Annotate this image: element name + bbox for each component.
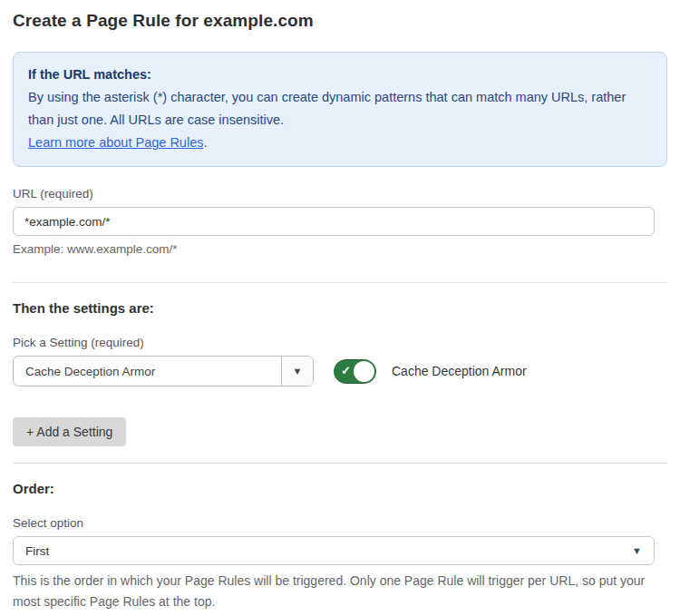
- toggle-knob: [354, 361, 374, 382]
- chevron-down-icon: ▼: [632, 545, 642, 556]
- divider: [13, 463, 667, 464]
- url-input[interactable]: [13, 207, 655, 236]
- settings-section-heading: Then the settings are:: [13, 300, 667, 316]
- setting-row: Cache Deception Armor ▼ ✓ Cache Deceptio…: [13, 356, 667, 386]
- order-select-label: Select option: [13, 516, 667, 530]
- pick-setting-label: Pick a Setting (required): [13, 336, 667, 349]
- create-page-rule-form: Create a Page Rule for example.com If th…: [0, 0, 680, 616]
- chevron-down-icon: ▼: [293, 366, 303, 376]
- setting-select[interactable]: Cache Deception Armor ▼: [13, 356, 314, 386]
- info-box-link-line: Learn more about Page Rules.: [28, 132, 652, 154]
- order-helper-text: This is the order in which your Page Rul…: [13, 571, 661, 612]
- cache-deception-armor-toggle[interactable]: ✓: [334, 359, 376, 384]
- link-suffix: .: [203, 135, 207, 150]
- divider: [13, 282, 667, 283]
- add-setting-button[interactable]: + Add a Setting: [13, 417, 126, 446]
- order-select-value: First: [25, 544, 49, 558]
- url-matches-info-box: If the URL matches: By using the asteris…: [13, 52, 667, 167]
- order-select[interactable]: First ▼: [13, 536, 655, 565]
- setting-toggle-group: ✓ Cache Deception Armor: [334, 359, 527, 384]
- url-example-helper: Example: www.example.com/*: [13, 242, 667, 256]
- info-box-heading: If the URL matches:: [28, 64, 652, 86]
- setting-select-arrow-button[interactable]: ▼: [281, 357, 313, 386]
- order-section-heading: Order:: [13, 481, 667, 496]
- setting-select-value: Cache Deception Armor: [14, 357, 281, 386]
- learn-more-link[interactable]: Learn more about Page Rules: [28, 135, 203, 150]
- page-title: Create a Page Rule for example.com: [13, 11, 667, 31]
- check-icon: ✓: [341, 365, 351, 376]
- info-box-body: By using the asterisk (*) character, you…: [28, 86, 652, 132]
- toggle-label: Cache Deception Armor: [392, 364, 527, 378]
- url-field-label: URL (required): [13, 187, 667, 200]
